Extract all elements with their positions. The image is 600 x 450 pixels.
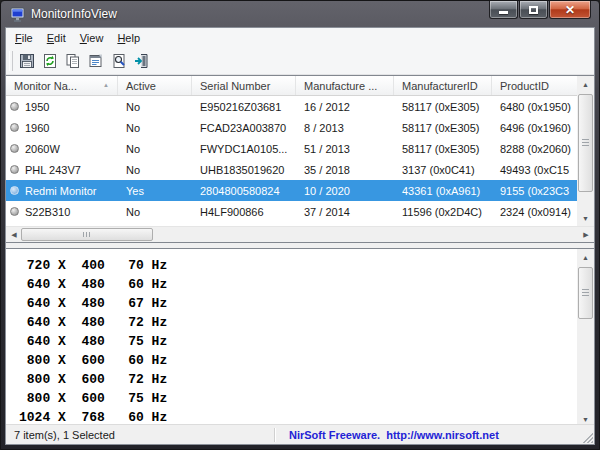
display-modes-pane: 720 X 400 70 Hz 640 X 480 60 Hz 640 X 48… bbox=[6, 248, 594, 428]
window-title: MonitorInfoView bbox=[31, 7, 117, 21]
copy-icon bbox=[65, 53, 81, 69]
column-header-productid[interactable]: ProductID bbox=[492, 76, 577, 96]
cell-manufacture-week: 10 / 2020 bbox=[296, 185, 394, 197]
table-row[interactable]: Redmi MonitorYes280480058082410 / 202043… bbox=[6, 180, 577, 201]
find-button[interactable] bbox=[107, 50, 130, 73]
close-button[interactable]: ✕ bbox=[549, 1, 591, 19]
cell-active: No bbox=[118, 206, 192, 218]
cell-serial: H4LF900866 bbox=[192, 206, 296, 218]
cell-active: No bbox=[118, 164, 192, 176]
refresh-icon bbox=[42, 53, 58, 69]
save-icon bbox=[19, 53, 35, 69]
modes-vertical-scrollbar[interactable]: ▲ ▼ bbox=[577, 249, 594, 427]
column-header-manufacturerid[interactable]: ManufacturerID bbox=[394, 76, 492, 96]
column-header-monitor-na[interactable]: Monitor Na...▲ bbox=[6, 76, 118, 96]
cell-name: PHL 243V7 bbox=[6, 164, 118, 176]
minimize-icon bbox=[499, 11, 508, 14]
monitor-icon bbox=[10, 165, 19, 174]
cell-manufacturer-id: 58117 (0xE305) bbox=[394, 143, 492, 155]
cell-manufacture-week: 16 / 2012 bbox=[296, 101, 394, 113]
title-bar[interactable]: MonitorInfoView ✕ bbox=[1, 1, 599, 27]
menu-edit[interactable]: Edit bbox=[40, 29, 73, 47]
monitors-vertical-scrollbar[interactable]: ▲ ▼ bbox=[577, 76, 594, 226]
scrollbar-thumb[interactable] bbox=[578, 94, 593, 192]
column-header-label: ManufacturerID bbox=[402, 80, 478, 92]
cell-name: 1960 bbox=[6, 122, 118, 134]
scroll-right-arrow[interactable]: ▶ bbox=[578, 227, 594, 242]
scrollbar-thumb[interactable] bbox=[578, 267, 593, 319]
cell-active: No bbox=[118, 122, 192, 134]
column-header-serial-number[interactable]: Serial Number bbox=[192, 76, 296, 96]
scroll-down-arrow[interactable]: ▼ bbox=[577, 210, 594, 226]
column-header-active[interactable]: Active bbox=[118, 76, 192, 96]
cell-active: No bbox=[118, 143, 192, 155]
minimize-button[interactable] bbox=[489, 1, 518, 19]
column-header-manufacture[interactable]: Manufacture ... bbox=[296, 76, 394, 96]
cell-serial: 2804800580824 bbox=[192, 185, 296, 197]
monitor-icon bbox=[10, 144, 19, 153]
copy-button[interactable] bbox=[61, 50, 84, 73]
list-rows: 1950NoE950216Z0368116 / 201258117 (0xE30… bbox=[6, 96, 577, 226]
scrollbar-thumb[interactable] bbox=[21, 228, 153, 241]
cell-serial: E950216Z03681 bbox=[192, 101, 296, 113]
cell-product-id: 2324 (0x0914) bbox=[492, 206, 577, 218]
cell-manufacturer-id: 11596 (0x2D4C) bbox=[394, 206, 492, 218]
cell-name: 1950 bbox=[6, 101, 118, 113]
maximize-icon bbox=[529, 6, 538, 14]
cell-manufacturer-id: 3137 (0x0C41) bbox=[394, 164, 492, 176]
toolbar-grip bbox=[9, 51, 13, 71]
list-header: Monitor Na...▲ActiveSerial NumberManufac… bbox=[6, 76, 577, 96]
cell-manufacture-week: 51 / 2013 bbox=[296, 143, 394, 155]
cell-name: S22B310 bbox=[6, 206, 118, 218]
display-modes-text: 720 X 400 70 Hz 640 X 480 60 Hz 640 X 48… bbox=[6, 249, 577, 427]
monitor-app-icon bbox=[10, 7, 26, 23]
scroll-up-arrow[interactable]: ▲ bbox=[577, 249, 594, 265]
column-header-label: Monitor Na... bbox=[14, 80, 77, 92]
toolbar bbox=[6, 48, 594, 75]
menu-bar: FileEditViewHelp bbox=[6, 28, 594, 48]
menu-view[interactable]: View bbox=[73, 29, 111, 47]
scroll-up-arrow[interactable]: ▲ bbox=[577, 76, 594, 92]
table-row[interactable]: 1960NoFCAD23A0038708 / 201358117 (0xE305… bbox=[6, 117, 577, 138]
monitors-list: Monitor Na...▲ActiveSerial NumberManufac… bbox=[6, 75, 594, 243]
cell-active: No bbox=[118, 101, 192, 113]
cell-manufacture-week: 35 / 2018 bbox=[296, 164, 394, 176]
scroll-left-arrow[interactable]: ◀ bbox=[6, 227, 22, 242]
cell-manufacturer-id: 58117 (0xE305) bbox=[394, 122, 492, 134]
cell-product-id: 9155 (0x23C3 bbox=[492, 185, 577, 197]
column-header-label: Serial Number bbox=[200, 80, 270, 92]
table-row[interactable]: PHL 243V7NoUHB183501962035 / 20183137 (0… bbox=[6, 159, 577, 180]
cell-product-id: 49493 (0xC15 bbox=[492, 164, 577, 176]
monitors-horizontal-scrollbar[interactable]: ◀ ▶ bbox=[6, 226, 594, 242]
cell-product-id: 6480 (0x1950) bbox=[492, 101, 577, 113]
resize-grip[interactable] bbox=[580, 430, 593, 443]
exit-button[interactable] bbox=[130, 50, 153, 73]
save-button[interactable] bbox=[15, 50, 38, 73]
refresh-button[interactable] bbox=[38, 50, 61, 73]
find-icon bbox=[111, 53, 127, 69]
monitor-icon bbox=[10, 123, 19, 132]
menu-file[interactable]: File bbox=[8, 29, 40, 47]
monitor-icon bbox=[10, 207, 19, 216]
app-window: MonitorInfoView ✕ FileEditViewHelp bbox=[0, 0, 600, 450]
properties-button[interactable] bbox=[84, 50, 107, 73]
cell-serial: FWYDC1A0105... bbox=[192, 143, 296, 155]
cell-name: Redmi Monitor bbox=[6, 185, 118, 197]
status-bar: 7 item(s), 1 Selected NirSoft Freeware. … bbox=[6, 424, 594, 444]
cell-manufacturer-id: 43361 (0xA961) bbox=[394, 185, 492, 197]
table-row[interactable]: S22B310NoH4LF90086637 / 201411596 (0x2D4… bbox=[6, 201, 577, 222]
maximize-button[interactable] bbox=[519, 1, 548, 19]
cell-name: 2060W bbox=[6, 143, 118, 155]
monitor-icon bbox=[10, 186, 19, 195]
table-row[interactable]: 1950NoE950216Z0368116 / 201258117 (0xE30… bbox=[6, 96, 577, 117]
nirsoft-link[interactable]: NirSoft Freeware. http://www.nirsoft.net bbox=[275, 429, 499, 441]
sort-ascending-icon: ▲ bbox=[103, 82, 109, 88]
exit-icon bbox=[134, 53, 150, 69]
column-header-label: ProductID bbox=[500, 80, 549, 92]
selection-count-text: 7 item(s), 1 Selected bbox=[6, 429, 274, 441]
client-area: FileEditViewHelp bbox=[5, 27, 595, 445]
cell-manufacture-week: 8 / 2013 bbox=[296, 122, 394, 134]
table-row[interactable]: 2060WNoFWYDC1A0105...51 / 201358117 (0xE… bbox=[6, 138, 577, 159]
cell-serial: UHB1835019620 bbox=[192, 164, 296, 176]
menu-help[interactable]: Help bbox=[110, 29, 147, 47]
